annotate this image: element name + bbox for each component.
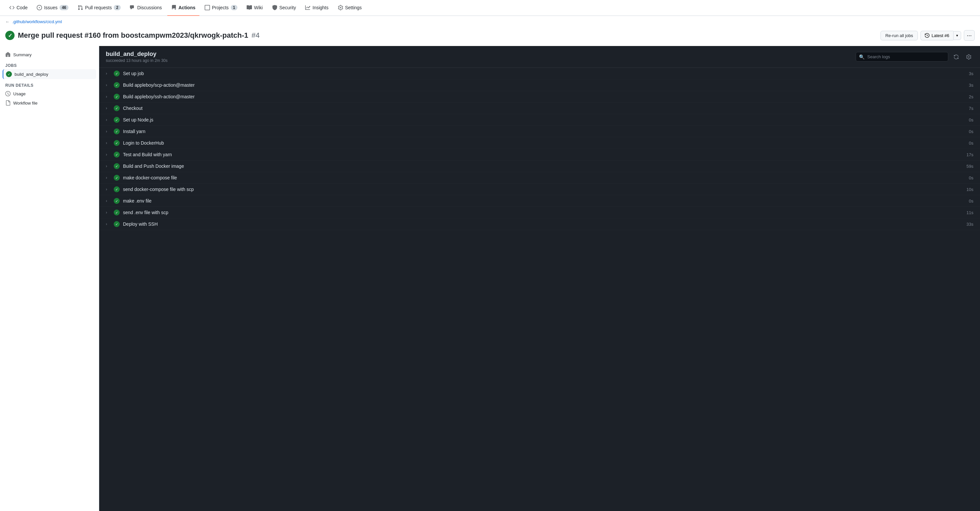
nav-pr-label: Pull requests — [85, 5, 112, 10]
run-number: #4 — [251, 31, 259, 40]
chevron-right-icon: › — [106, 129, 110, 134]
chevron-right-icon: › — [106, 94, 110, 99]
security-icon — [272, 5, 277, 10]
chevron-right-icon: › — [106, 118, 110, 122]
log-entry[interactable]: › ✓ Deploy with SSH 33s — [99, 219, 980, 230]
sidebar-workflow-file[interactable]: Workflow file — [3, 98, 96, 107]
nav-issues[interactable]: Issues 46 — [33, 0, 72, 16]
nav-code[interactable]: Code — [5, 0, 32, 16]
entry-label: Checkout — [123, 105, 958, 111]
log-entry[interactable]: › ✓ make .env file 0s — [99, 195, 980, 207]
nav-code-label: Code — [16, 5, 27, 10]
entry-time: 7s — [961, 106, 974, 111]
log-entry[interactable]: › ✓ send .env file with scp 11s — [99, 207, 980, 219]
rerun-label: Re-run all jobs — [885, 33, 913, 38]
nav-insights[interactable]: Insights — [301, 0, 332, 16]
nav-pull-requests[interactable]: Pull requests 2 — [74, 0, 125, 16]
job-label: build_and_deploy — [14, 72, 48, 77]
entry-success-icon: ✓ — [114, 221, 120, 227]
log-entry[interactable]: › ✓ Build appleboy/ssh-action@master 2s — [99, 91, 980, 102]
chevron-right-icon: › — [106, 199, 110, 203]
nav-wiki[interactable]: Wiki — [243, 0, 266, 16]
nav-settings[interactable]: Settings — [334, 0, 366, 16]
log-job-name: build_and_deploy — [106, 51, 168, 57]
entry-time: 0s — [961, 141, 974, 145]
log-entry[interactable]: › ✓ send docker-compose file with scp 10… — [99, 184, 980, 195]
header-actions: Re-run all jobs Latest #6 ▾ ··· — [880, 30, 975, 41]
projects-badge: 1 — [231, 5, 238, 10]
sidebar: Summary Jobs ✓ build_and_deploy Run deta… — [0, 46, 99, 511]
more-options-button[interactable]: ··· — [964, 30, 975, 41]
entry-time: 0s — [961, 199, 974, 204]
chevron-right-icon: › — [106, 71, 110, 76]
chevron-right-icon: › — [106, 83, 110, 87]
nav-projects[interactable]: Projects 1 — [201, 0, 241, 16]
log-entry[interactable]: › ✓ Login to DockerHub 0s — [99, 137, 980, 149]
summary-label: Summary — [13, 52, 32, 57]
nav-security[interactable]: Security — [268, 0, 300, 16]
log-entry[interactable]: › ✓ Set up job 3s — [99, 68, 980, 80]
log-settings-button[interactable] — [964, 52, 974, 62]
entry-success-icon: ✓ — [114, 105, 120, 111]
latest-caret-button[interactable]: ▾ — [953, 31, 961, 40]
chevron-right-icon: › — [106, 152, 110, 157]
refresh-log-button[interactable] — [951, 52, 961, 62]
breadcrumb-path[interactable]: .github/workflows/cicd.yml — [12, 19, 62, 24]
actions-icon — [171, 5, 177, 10]
log-entry[interactable]: › ✓ Checkout 7s — [99, 102, 980, 114]
nav-discussions[interactable]: Discussions — [126, 0, 166, 16]
history-icon — [925, 33, 929, 38]
latest-button[interactable]: Latest #6 — [921, 31, 953, 40]
sidebar-usage[interactable]: Usage — [3, 89, 96, 98]
log-entry[interactable]: › ✓ Set up Node.js 0s — [99, 114, 980, 126]
log-entry[interactable]: › ✓ Build and Push Docker image 59s — [99, 161, 980, 172]
issues-icon — [37, 5, 42, 10]
chevron-right-icon: › — [106, 176, 110, 180]
nav-security-label: Security — [279, 5, 296, 10]
nav-actions-label: Actions — [178, 5, 196, 10]
sidebar-summary[interactable]: Summary — [3, 50, 96, 59]
chevron-right-icon: › — [106, 164, 110, 168]
log-entry[interactable]: › ✓ Build appleboy/scp-action@master 3s — [99, 80, 980, 91]
page-title: Merge pull request #160 from boostcampwm… — [18, 31, 248, 40]
entry-label: send .env file with scp — [123, 210, 958, 215]
sidebar-job-build-and-deploy[interactable]: ✓ build_and_deploy — [3, 69, 96, 79]
page-title-row: ✓ Merge pull request #160 from boostcamp… — [5, 31, 259, 40]
entry-label: send docker-compose file with scp — [123, 187, 958, 192]
entry-success-icon: ✓ — [114, 175, 120, 181]
nav-discussions-label: Discussions — [137, 5, 162, 10]
entry-success-icon: ✓ — [114, 128, 120, 134]
log-entry[interactable]: › ✓ Test and Build with yarn 17s — [99, 149, 980, 161]
entry-time: 17s — [961, 152, 974, 157]
nav-insights-label: Insights — [312, 5, 328, 10]
top-navigation: Code Issues 46 Pull requests 2 Discussio… — [0, 0, 980, 16]
refresh-icon — [953, 54, 959, 59]
entry-label: Build appleboy/ssh-action@master — [123, 94, 958, 99]
log-header: build_and_deploy succeeded 13 hours ago … — [99, 46, 980, 68]
entry-label: Build appleboy/scp-action@master — [123, 82, 958, 88]
main-layout: Summary Jobs ✓ build_and_deploy Run deta… — [0, 46, 980, 511]
entry-label: Set up Node.js — [123, 117, 958, 123]
entry-time: 0s — [961, 129, 974, 134]
chevron-right-icon: › — [106, 187, 110, 192]
nav-actions[interactable]: Actions — [167, 0, 199, 16]
entry-success-icon: ✓ — [114, 94, 120, 100]
workflow-file-label: Workflow file — [13, 101, 37, 105]
entry-time: 2s — [961, 94, 974, 99]
clock-icon — [5, 91, 11, 96]
entry-time: 3s — [961, 83, 974, 88]
log-entry[interactable]: › ✓ Install yarn 0s — [99, 126, 980, 137]
entry-success-icon: ✓ — [114, 209, 120, 216]
entry-success-icon: ✓ — [114, 70, 120, 77]
search-icon: 🔍 — [859, 54, 865, 59]
entry-label: Login to DockerHub — [123, 141, 958, 145]
latest-label: Latest #6 — [931, 33, 949, 38]
rerun-all-jobs-button[interactable]: Re-run all jobs — [880, 31, 918, 40]
back-arrow[interactable]: ← — [5, 19, 10, 24]
search-logs-input[interactable] — [856, 52, 948, 62]
usage-label: Usage — [13, 91, 26, 96]
pr-badge: 2 — [114, 5, 121, 10]
log-entry[interactable]: › ✓ make docker-compose file 0s — [99, 172, 980, 184]
gear-icon — [966, 54, 971, 59]
pr-icon — [78, 5, 83, 10]
